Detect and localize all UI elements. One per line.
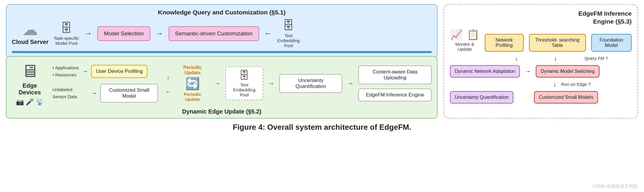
content-aware-box: Content-aware Data Uploading [358,65,432,84]
network-profiling-block: Network Profiling [485,34,523,52]
dynamic-model-switching-box: Dynamic Model Switching [536,65,599,78]
monitor-icons-block: 📈 📋 Monitor & Update [450,29,479,52]
uncertainty-box: Uncertainty Quantification [279,74,342,93]
right-panel: EdgeFM Inference Engine (§5.3) 📈 📋 Monit… [443,4,638,119]
text-embed-edge-label: Text Embedding Pool [229,82,259,97]
unlabeled-data-text: Unlabeled Sensor Data [52,86,88,100]
arrow-down-3: ↓ [553,81,556,88]
arrow-4: → [82,68,88,75]
chart-icon: 📈 [450,29,463,40]
arrow-down-2: ↓ [538,55,573,62]
edge-left-col: • Applications • Resources → User Device… [52,64,158,103]
user-device-profiling-box: User Device Profiling [91,65,147,78]
right-panel-top-row: 📈 📋 Monitor & Update Network Profiling T… [450,29,632,52]
right-panel-mid-row: Dynamic Network Adaptation → Dynamic Mod… [450,65,632,78]
cloud-server-label: Cloud Server [12,39,48,45]
foundation-model-block: Foundation Model [591,34,632,52]
customized-small-model-box: Customized Small Model [100,84,158,103]
edge-devices-col: 🖥 Edge Devices 📷 🎤 📡 [12,61,48,106]
periodic-update-label-1: Periodic Update [176,65,209,76]
edge-section: 🖥 Edge Devices 📷 🎤 📡 • Applications • Re… [6,56,438,119]
customized-small-models-box: Customized Small Models [534,91,598,104]
text-embed-pool-cloud: 🗄 Text Embedding Pool [277,19,300,48]
model-selection-box: Model Selection [97,26,150,41]
periodic-update-area: Periodic Update 🔄 Periodic Update [176,65,209,102]
right-panel-arrows-row-2: ↓ Run on Edge ? [450,81,632,88]
uncertainty-quant-right-box: Uncertainty Quantification [450,91,513,104]
refresh-icon: 🔄 [185,77,200,91]
sensor-icons: 📷 🎤 📡 [16,98,43,106]
arrow-2: → [156,29,163,38]
cloud-server-block: ☁ Cloud Server [12,22,48,45]
apps-resources-text: • Applications • Resources [52,64,79,78]
cloud-icon: ☁ [22,22,38,37]
foundation-model-box: Foundation Model [591,34,632,52]
list-icon: 📋 [467,29,479,40]
network-profiling-box: Network Profiling [485,34,523,52]
right-panel-bot-row: Uncertainty Quantification Customized Sm… [450,91,632,104]
task-model-pool-block: 🗄 Task-specific Model Pool [54,22,79,46]
arrow-7: → [268,80,275,87]
right-panel-arrows-row: ↓ ↓ Query FM ? [450,55,632,62]
threshold-searching-block: Threshold- searching Table [529,34,586,52]
arrow-6: → [214,80,221,87]
chip-icon: 🖥 [21,61,39,81]
arrow-5: → [91,89,97,97]
run-on-edge-label: Run on Edge ? [561,82,591,87]
cloud-section-title: Knowledge Query and Customization (§5.1) [12,9,432,16]
figure-caption: Figure 4: Overall system architecture of… [6,123,638,135]
arrow-right-mid: → [525,68,531,75]
dynamic-network-adaptation-box: Dynamic Network Adaptation [450,65,520,78]
edge-arrows-col: ↑ ← [165,72,171,95]
text-embed-pool-edge-block: 🗄 Text Embedding Pool [225,66,263,100]
task-pool-label: Task-specific Model Pool [54,36,79,46]
edgefm-inference-box: EdgeFM Inference Engine [358,88,432,101]
query-fm-label: Query FM ? [579,56,614,61]
cloud-section: Knowledge Query and Customization (§5.1)… [6,4,438,58]
arrow-8: → [347,80,354,87]
arrow-1: → [84,29,92,38]
periodic-update-label-2: Periodic Update [184,92,201,102]
arrow-3: ← [264,29,272,38]
watermark: CSDN @误你这又何妨 [593,183,638,189]
arrow-up-1: ↑ [167,75,170,82]
monitor-update-label: Monitor & Update [450,42,479,52]
arrow-left-1: ← [165,88,171,95]
semantic-customization-box: Semantic-driven Customization [169,26,259,41]
db-icon-1: 🗄 [60,22,72,35]
left-diagram: Knowledge Query and Customization (§5.1)… [6,4,438,119]
db-icon-2: 🗄 [282,19,294,32]
edge-section-title: Dynamic Edge Update (§5.2) [12,108,432,115]
threshold-box: Threshold- searching Table [529,34,586,52]
edge-devices-label: Edge Devices [12,82,48,96]
cloud-divider [12,51,432,53]
text-embed-cloud-label: Text Embedding Pool [277,33,300,48]
db-icon-3: 🗄 [239,69,249,82]
arrow-down-1: ↓ [500,55,533,62]
right-col-edge: Content-aware Data Uploading EdgeFM Infe… [358,65,432,101]
right-panel-title: EdgeFM Inference Engine (§5.3) [450,9,632,26]
